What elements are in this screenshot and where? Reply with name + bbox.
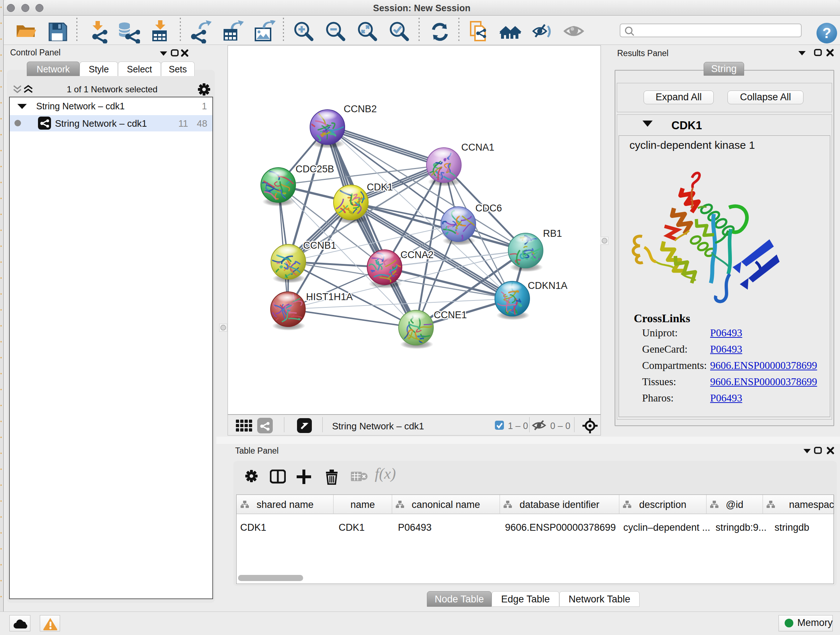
svg-text:CDKN1A: CDKN1A	[528, 280, 568, 291]
svg-text:CDK1: CDK1	[367, 182, 393, 193]
svg-text:CCNA2: CCNA2	[401, 249, 434, 260]
svg-text:CDC6: CDC6	[475, 203, 502, 214]
svg-text:CCNB2: CCNB2	[344, 103, 377, 114]
svg-text:CCNA1: CCNA1	[461, 142, 494, 153]
svg-text:CDC25B: CDC25B	[295, 164, 334, 174]
svg-text:CCNE1: CCNE1	[434, 310, 467, 320]
svg-text:RB1: RB1	[543, 228, 562, 239]
svg-text:CCNB1: CCNB1	[303, 240, 336, 251]
svg-text:HIST1H1A: HIST1H1A	[306, 291, 353, 302]
